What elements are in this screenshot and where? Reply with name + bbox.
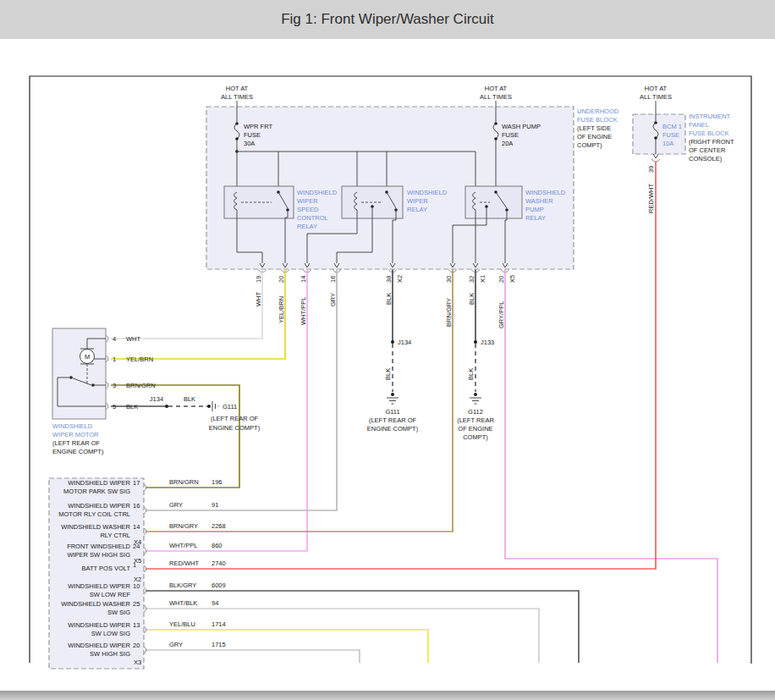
svg-text:BRN/GRY: BRN/GRY xyxy=(445,298,453,327)
svg-text:BLK: BLK xyxy=(467,368,475,380)
hot-at-all-times-label: HOT AT xyxy=(485,85,508,92)
fuse-label: WASH PUMP xyxy=(502,123,541,130)
svg-text:X5: X5 xyxy=(508,275,516,283)
hot-at-all-times-label: HOT AT xyxy=(645,85,668,92)
circuit-number: 196 xyxy=(212,478,223,486)
wiper-motor: M 4 WHT 1 YEL/BRN 3 BRN/GRN 5 BLK J134 B… xyxy=(52,328,261,455)
pin-arrow xyxy=(653,154,658,158)
wire-color-label: BRN/GRN xyxy=(169,478,199,486)
fuse-label: WPR FRT xyxy=(244,123,272,130)
svg-text:6009: 6009 xyxy=(212,581,226,589)
splice-j133 xyxy=(474,340,477,344)
bcm-row-label: WINDSHIELD WIPER xyxy=(68,642,130,649)
pin-number: 4 xyxy=(113,335,116,343)
wire-yel-blu xyxy=(146,630,428,663)
pin-number: 17 xyxy=(133,479,140,487)
bcm-row-label: FRONT WINDSHIELD xyxy=(67,543,130,550)
fuse-label: BCM 1 xyxy=(662,123,682,130)
pin-number: 39 xyxy=(647,166,655,173)
svg-text:COMPT): COMPT) xyxy=(463,433,488,441)
svg-text:RELAY: RELAY xyxy=(525,214,546,222)
svg-text:2268: 2268 xyxy=(212,522,226,530)
svg-text:WIPER SW HIGH SIG: WIPER SW HIGH SIG xyxy=(67,551,130,559)
svg-text:BRN/GRY: BRN/GRY xyxy=(169,522,198,530)
svg-text:5: 5 xyxy=(113,403,116,411)
svg-text:(LEFT REAR: (LEFT REAR xyxy=(457,416,494,424)
svg-text:BLK: BLK xyxy=(184,395,195,403)
bottom-scrollbar-track[interactable] xyxy=(0,691,775,700)
motor-label: WINDSHIELD xyxy=(52,422,93,430)
svg-text:GRY: GRY xyxy=(169,641,183,648)
svg-text:WHT/PPL: WHT/PPL xyxy=(300,297,307,325)
svg-text:X2: X2 xyxy=(396,275,404,283)
svg-text:94: 94 xyxy=(212,599,218,607)
bcm-row-label: WINDSHIELD WIPER xyxy=(68,502,130,510)
ground-symbol xyxy=(470,398,481,404)
svg-text:FUSE: FUSE xyxy=(244,131,261,139)
svg-text:SW LOW SIG: SW LOW SIG xyxy=(91,630,130,637)
wire-blk-gry xyxy=(146,591,579,663)
svg-text:2740: 2740 xyxy=(212,559,226,567)
wire-brn-grn xyxy=(111,385,239,488)
svg-text:25: 25 xyxy=(133,600,140,608)
svg-text:WIPER MOTOR: WIPER MOTOR xyxy=(52,431,99,438)
wiring-diagram: UNDERHOOD FUSE BLOCK (LEFT SIDE OF ENGIN… xyxy=(0,0,775,700)
bcm-row-label: WINDSHIELD WIPER xyxy=(68,479,130,487)
svg-text:RELAY: RELAY xyxy=(407,206,427,213)
svg-text:91: 91 xyxy=(212,501,218,509)
fuse-block-pins: 19 20 14 16 38 X2 30 32 X1 20 X5 WHT YEL… xyxy=(255,263,516,328)
ip-fuse-block-label: INSTRUMENT xyxy=(689,113,731,120)
ip-fuse-block: HOT AT ALL TIMES BCM 1 FUSE 10A INSTRUME… xyxy=(633,85,734,213)
bcm-row-label: WINDSHIELD WIPER xyxy=(68,582,130,590)
wire-gry-ppl xyxy=(505,270,717,664)
relay-label: WINDSHIELD xyxy=(297,189,338,196)
svg-text:32: 32 xyxy=(468,276,475,283)
wire-gry xyxy=(146,270,337,511)
hot-at-all-times-label: HOT AT xyxy=(226,85,249,92)
svg-text:WIPER: WIPER xyxy=(407,197,428,205)
svg-text:1714: 1714 xyxy=(212,620,226,628)
svg-text:PUMP: PUMP xyxy=(525,206,544,213)
svg-text:1715: 1715 xyxy=(212,641,226,648)
svg-text:20: 20 xyxy=(497,276,505,283)
wire-color-label: WHT xyxy=(255,292,262,306)
svg-text:(RIGHT FRONT: (RIGHT FRONT xyxy=(689,138,734,146)
svg-text:OF ENGINE: OF ENGINE xyxy=(458,425,492,433)
svg-text:CONSOLE): CONSOLE) xyxy=(689,155,723,163)
bcm-row-label: WINDSHIELD WASHER xyxy=(61,523,130,531)
pin-sockets xyxy=(258,270,509,273)
svg-text:14: 14 xyxy=(300,276,307,283)
pin-socket xyxy=(651,159,660,162)
svg-text:OF CENTER: OF CENTER xyxy=(689,146,726,154)
svg-text:3: 3 xyxy=(113,382,116,389)
svg-text:BLK: BLK xyxy=(468,293,475,305)
svg-text:16: 16 xyxy=(329,276,337,283)
svg-text:(LEFT REAR OF: (LEFT REAR OF xyxy=(52,439,101,447)
svg-text:1: 1 xyxy=(133,561,136,569)
svg-text:WIPER: WIPER xyxy=(297,197,318,205)
underhood-label: UNDERHOOD xyxy=(577,107,619,115)
svg-text:J133: J133 xyxy=(481,339,494,346)
svg-text:SW HIGH SIG: SW HIGH SIG xyxy=(90,650,130,658)
svg-text:(LEFT REAR OF: (LEFT REAR OF xyxy=(369,416,417,424)
svg-text:BLK: BLK xyxy=(384,368,392,380)
svg-text:FUSE: FUSE xyxy=(502,131,519,139)
svg-text:30: 30 xyxy=(445,276,453,283)
svg-text:1: 1 xyxy=(113,356,116,363)
svg-text:YEL/BRN: YEL/BRN xyxy=(278,296,285,323)
svg-text:G112: G112 xyxy=(468,408,483,416)
svg-text:GRY: GRY xyxy=(329,293,337,306)
svg-text:PANEL: PANEL xyxy=(689,121,709,129)
svg-text:RELAY: RELAY xyxy=(297,223,317,230)
svg-text:X1: X1 xyxy=(479,275,486,283)
pin-number: 19 xyxy=(255,276,262,283)
svg-text:WASHER: WASHER xyxy=(525,197,553,205)
svg-text:J134: J134 xyxy=(150,395,163,403)
svg-text:(LEFT SIDE: (LEFT SIDE xyxy=(577,124,611,132)
svg-text:CONTROL: CONTROL xyxy=(297,214,328,222)
svg-text:10A: 10A xyxy=(662,140,673,147)
svg-text:20: 20 xyxy=(278,276,285,283)
svg-text:GRY: GRY xyxy=(169,501,183,509)
svg-text:860: 860 xyxy=(212,542,223,549)
svg-text:G111: G111 xyxy=(385,408,399,416)
